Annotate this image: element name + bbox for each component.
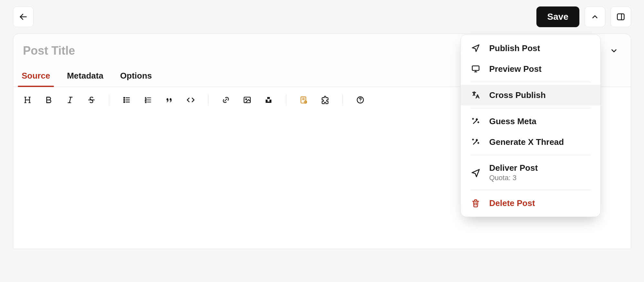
numbered-list-button[interactable] xyxy=(143,95,153,105)
link-icon xyxy=(222,96,230,104)
send-icon xyxy=(470,168,481,178)
menu-item-cross-publish[interactable]: Cross Publish xyxy=(461,85,600,105)
save-button[interactable]: Save xyxy=(536,6,579,27)
upload-media-button[interactable] xyxy=(263,95,274,105)
italic-button[interactable] xyxy=(65,95,75,105)
toolbar-separator xyxy=(343,94,343,106)
svg-line-5 xyxy=(69,97,71,103)
chevron-up-icon xyxy=(591,13,599,21)
menu-separator xyxy=(470,190,591,190)
toolbar-separator xyxy=(208,94,208,106)
svg-point-8 xyxy=(124,99,125,100)
help-button[interactable] xyxy=(355,95,365,105)
toolbar-separator xyxy=(109,94,109,106)
toolbar-separator xyxy=(286,94,286,106)
navigation-icon xyxy=(470,43,481,53)
bold-icon xyxy=(45,96,53,104)
svg-point-9 xyxy=(124,102,125,103)
heading-icon xyxy=(23,96,32,104)
svg-rect-18 xyxy=(267,97,270,99)
arrow-left-icon xyxy=(19,12,28,21)
strikethrough-icon xyxy=(87,96,96,104)
menu-item-label: Delete Post xyxy=(489,198,535,208)
translate-icon xyxy=(470,90,481,100)
chevron-down-icon xyxy=(610,47,618,55)
bold-button[interactable] xyxy=(44,95,54,105)
svg-point-7 xyxy=(124,97,125,98)
panel-right-icon xyxy=(616,12,625,21)
tab-metadata[interactable]: Metadata xyxy=(66,68,105,87)
toggle-sidebar-button[interactable] xyxy=(610,6,631,27)
menu-item-label: Publish Post xyxy=(489,43,540,53)
more-actions-button[interactable] xyxy=(585,6,605,27)
code-button[interactable] xyxy=(185,95,196,105)
svg-point-24 xyxy=(360,102,361,102)
help-icon xyxy=(356,96,364,104)
link-button[interactable] xyxy=(221,95,231,105)
menu-item-preview[interactable]: Preview Post xyxy=(461,59,600,79)
paywall-button[interactable] xyxy=(299,95,309,105)
collapse-header-button[interactable] xyxy=(606,43,622,59)
svg-point-17 xyxy=(246,99,247,100)
code-icon xyxy=(186,95,195,104)
tab-options[interactable]: Options xyxy=(119,68,153,87)
magic-wand-icon xyxy=(470,137,481,147)
strike-button[interactable] xyxy=(86,95,97,105)
menu-item-label: Generate X Thread xyxy=(489,137,564,147)
menu-item-generate-x-thread[interactable]: Generate X Thread xyxy=(461,132,600,152)
tab-source[interactable]: Source xyxy=(20,68,51,87)
quote-button[interactable] xyxy=(164,95,174,105)
heading-button[interactable] xyxy=(22,95,33,105)
menu-item-label: Guess Meta xyxy=(489,116,536,126)
puzzle-icon xyxy=(321,95,330,104)
svg-rect-25 xyxy=(472,66,479,70)
image-icon xyxy=(243,96,251,104)
italic-icon xyxy=(66,96,74,104)
list-numbered-icon xyxy=(144,96,152,104)
back-button[interactable] xyxy=(13,6,34,27)
menu-item-subtext: Quota: 3 xyxy=(489,174,538,182)
svg-rect-1 xyxy=(618,14,624,20)
menu-separator xyxy=(470,155,591,155)
actions-menu: Publish Post Preview Post Cross Publish … xyxy=(460,34,601,217)
menu-separator xyxy=(470,108,591,108)
menu-item-guess-meta[interactable]: Guess Meta xyxy=(461,111,600,132)
image-button[interactable] xyxy=(242,95,252,105)
menu-item-label: Deliver Post xyxy=(489,163,538,173)
magic-wand-icon xyxy=(470,116,481,126)
menu-item-deliver[interactable]: Deliver Post Quota: 3 xyxy=(461,158,600,187)
unsplash-icon xyxy=(265,96,272,104)
extension-button[interactable] xyxy=(320,95,330,105)
list-bulleted-icon xyxy=(122,96,131,104)
paywall-icon xyxy=(300,96,308,104)
menu-separator xyxy=(470,82,591,82)
bulleted-list-button[interactable] xyxy=(121,95,132,105)
menu-item-label: Cross Publish xyxy=(489,90,546,100)
quote-icon xyxy=(165,96,174,104)
menu-item-label: Preview Post xyxy=(489,64,542,74)
menu-item-publish[interactable]: Publish Post xyxy=(461,38,600,59)
monitor-icon xyxy=(470,64,481,74)
menu-item-delete[interactable]: Delete Post xyxy=(461,193,600,213)
trash-icon xyxy=(470,198,481,208)
